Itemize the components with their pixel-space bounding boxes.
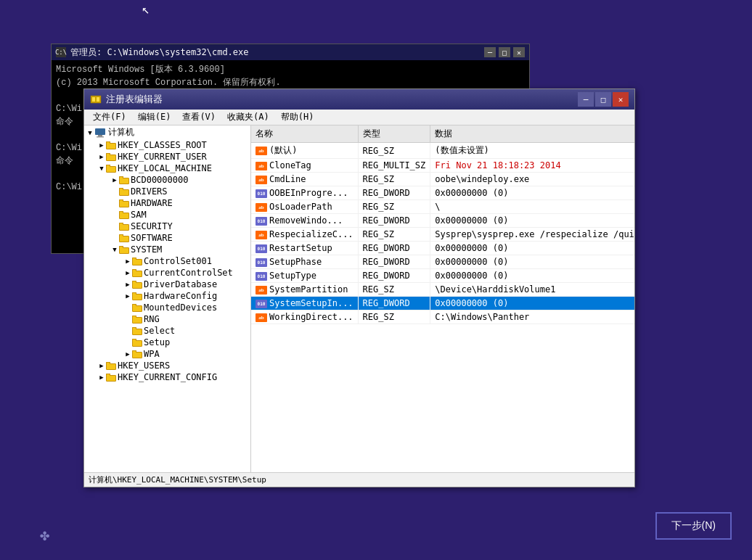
next-button[interactable]: 下一步(N) <box>655 512 732 540</box>
tree-hkcc[interactable]: ▶ HKEY_CURRENT_CONFIG <box>84 371 250 383</box>
tree-bcd[interactable]: ▶ BCD00000000 <box>84 174 250 186</box>
expand-hku[interactable]: ▶ <box>97 361 106 370</box>
cmd-title-left: C:\ 管理员: C:\Windows\system32\cmd.exe <box>56 46 249 59</box>
tree-select-label: Select <box>144 326 175 336</box>
table-row[interactable]: abCloneTagREG_MULTI_SZFri Nov 21 18:18:2… <box>251 159 634 173</box>
expand-wpa[interactable]: ▶ <box>123 350 132 358</box>
tree-controlset001-label: ControlSet001 <box>144 256 212 266</box>
table-row[interactable]: abRespecializeC...REG_SZSysprep\sysprep.… <box>251 228 634 242</box>
menu-file[interactable]: 文件(F) <box>87 110 132 125</box>
expand-drivers[interactable] <box>110 187 119 196</box>
cmd-close-button[interactable]: ✕ <box>513 47 525 57</box>
tree-currentcontrolset[interactable]: ▶ CurrentControlSet <box>84 267 250 279</box>
table-row[interactable]: abOsLoaderPathREG_SZ\ <box>251 200 634 214</box>
menu-help[interactable]: 帮助(H) <box>275 110 320 125</box>
row-data: (数值未设置) <box>430 143 634 159</box>
tree-setup[interactable]: Setup <box>84 337 250 348</box>
row-name: 010SystemSetupIn... <box>251 297 358 310</box>
cmd-title: 管理员: C:\Windows\system32\cmd.exe <box>70 46 249 59</box>
regedit-window: 注册表编辑器 ─ □ ✕ 文件(F) 编辑(E) 查看(V) 收藏夹(A) 帮助… <box>83 88 635 487</box>
table-row[interactable]: 010OOBEInProgre...REG_DWORD0x00000000 (0… <box>251 186 634 200</box>
tree-wpa[interactable]: ▶ WPA <box>84 348 250 360</box>
row-name: 010OOBEInProgre... <box>251 186 358 200</box>
tree-driverdatabase[interactable]: ▶ DriverDatabase <box>84 279 250 290</box>
tree-panel[interactable]: ▼ 计算机 ▶ HKEY_CLASSES_ROOT ▶ <box>84 125 251 472</box>
table-row[interactable]: ab(默认)REG_SZ(数值未设置) <box>251 143 634 159</box>
tree-security-label: SECURITY <box>131 221 173 231</box>
expand-hardware[interactable] <box>110 199 119 207</box>
table-row[interactable]: 010RestartSetupREG_DWORD0x00000000 (0) <box>251 242 634 255</box>
cmd-maximize-button[interactable]: □ <box>499 47 510 57</box>
expand-sam[interactable] <box>110 210 119 219</box>
tree-hkcr[interactable]: ▶ HKEY_CLASSES_ROOT <box>84 139 250 151</box>
tree-sam-label: SAM <box>131 210 147 220</box>
expand-driverdatabase[interactable]: ▶ <box>123 280 132 289</box>
expand-bcd[interactable]: ▶ <box>110 176 119 184</box>
tree-software[interactable]: SOFTWARE <box>84 232 250 244</box>
expand-hardwareconfig[interactable]: ▶ <box>123 292 132 300</box>
expand-rng[interactable] <box>123 315 132 324</box>
expand-hkcr[interactable]: ▶ <box>97 141 106 149</box>
svg-rect-4 <box>98 135 102 136</box>
expand-hkcc[interactable]: ▶ <box>97 373 106 382</box>
tree-rng[interactable]: RNG <box>84 313 250 325</box>
tree-hkcr-label: HKEY_CLASSES_ROOT <box>118 140 207 150</box>
win-controls: ─ □ ✕ <box>578 92 629 107</box>
tree-mounteddevices[interactable]: MountedDevices <box>84 302 250 313</box>
menu-edit[interactable]: 编辑(E) <box>132 110 177 125</box>
tree-system-label: SYSTEM <box>131 244 162 255</box>
expand-hklm[interactable]: ▼ <box>97 164 106 173</box>
row-type: REG_DWORD <box>358 269 430 283</box>
row-type: REG_DWORD <box>358 255 430 269</box>
tree-hardware-label: HARDWARE <box>131 198 173 208</box>
menu-view[interactable]: 查看(V) <box>176 110 221 125</box>
expand-currentcontrolset[interactable]: ▶ <box>123 268 132 277</box>
tree-controlset001[interactable]: ▶ ControlSet001 <box>84 255 250 267</box>
tree-select[interactable]: Select <box>84 325 250 337</box>
row-type: REG_MULTI_SZ <box>358 159 430 173</box>
tree-security[interactable]: SECURITY <box>84 221 250 232</box>
menu-favorites[interactable]: 收藏夹(A) <box>221 110 275 125</box>
table-row[interactable]: abWorkingDirect...REG_SZC:\Windows\Panth… <box>251 310 634 324</box>
cmd-minimize-button[interactable]: ─ <box>484 47 496 57</box>
expand-system[interactable]: ▼ <box>110 245 119 254</box>
table-row[interactable]: 010SetupPhaseREG_DWORD0x00000000 (0) <box>251 255 634 269</box>
expand-hkcu[interactable]: ▶ <box>97 152 106 161</box>
table-row[interactable]: 010SystemSetupIn...REG_DWORD0x00000000 (… <box>251 297 634 310</box>
tree-root[interactable]: ▼ 计算机 <box>84 125 250 139</box>
row-name: abWorkingDirect... <box>251 310 358 324</box>
expand-mounteddevices[interactable] <box>123 303 132 312</box>
expand-select[interactable] <box>123 326 132 335</box>
row-type: REG_SZ <box>358 283 430 297</box>
row-name: ab(默认) <box>251 143 358 159</box>
expand-security[interactable] <box>110 222 119 231</box>
tree-rng-label: RNG <box>144 314 160 324</box>
registry-table: 名称 类型 数据 ab(默认)REG_SZ(数值未设置)abCloneTagRE… <box>251 125 634 324</box>
tree-hardwareconfig[interactable]: ▶ HardwareConfig <box>84 290 250 302</box>
tree-hkcu[interactable]: ▶ HKEY_CURRENT_USER <box>84 151 250 162</box>
table-row[interactable]: abCmdLineREG_SZoobe\windeploy.exe <box>251 173 634 186</box>
table-row[interactable]: abSystemPartitionREG_SZ\Device\HarddiskV… <box>251 283 634 297</box>
expand-software[interactable] <box>110 234 119 242</box>
tree-system[interactable]: ▼ SYSTEM <box>84 244 250 255</box>
menu-bar: 文件(F) 编辑(E) 查看(V) 收藏夹(A) 帮助(H) <box>84 110 634 125</box>
table-row[interactable]: 010SetupTypeREG_DWORD0x00000000 (0) <box>251 269 634 283</box>
tree-hku[interactable]: ▶ HKEY_USERS <box>84 360 250 371</box>
regedit-minimize-button[interactable]: ─ <box>578 92 594 107</box>
computer-icon <box>94 128 106 138</box>
tree-hklm[interactable]: ▼ HKEY_LOCAL_MACHINE <box>84 162 250 174</box>
col-name: 名称 <box>251 125 358 143</box>
table-row[interactable]: 010RemoveWindo...REG_DWORD0x00000000 (0) <box>251 214 634 228</box>
tree-sam[interactable]: SAM <box>84 209 250 221</box>
right-panel: 名称 类型 数据 ab(默认)REG_SZ(数值未设置)abCloneTagRE… <box>251 125 634 472</box>
svg-rect-2 <box>97 97 99 102</box>
row-type: REG_DWORD <box>358 214 430 228</box>
expand-computer[interactable]: ▼ <box>86 128 94 137</box>
tree-drivers[interactable]: DRIVERS <box>84 186 250 197</box>
row-type: REG_DWORD <box>358 242 430 255</box>
expand-controlset001[interactable]: ▶ <box>123 257 132 265</box>
regedit-close-button[interactable]: ✕ <box>613 92 629 107</box>
regedit-maximize-button[interactable]: □ <box>595 92 611 107</box>
tree-hardware[interactable]: HARDWARE <box>84 197 250 209</box>
expand-setup[interactable] <box>123 338 132 347</box>
